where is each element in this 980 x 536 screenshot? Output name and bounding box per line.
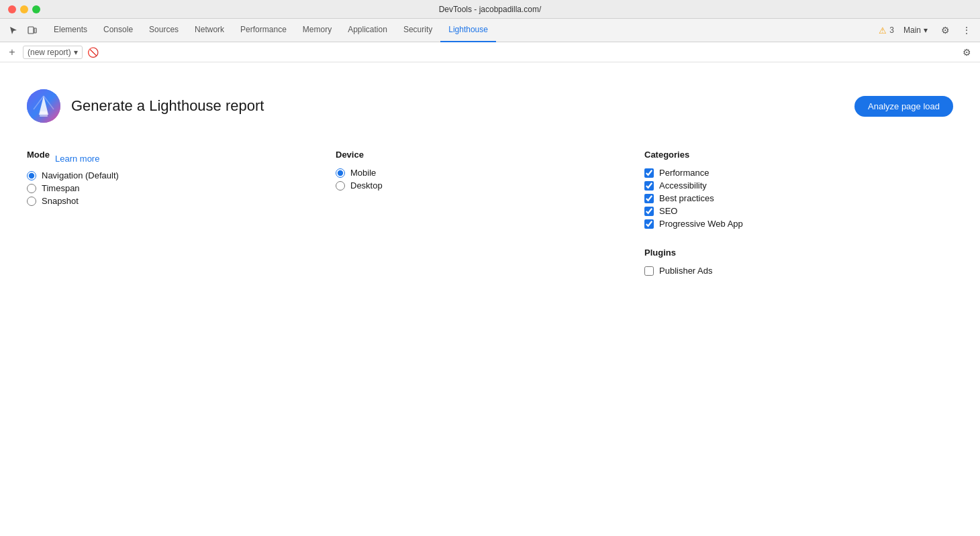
plugins-section: Plugins Publisher Ads [644,248,953,276]
mode-timespan-radio[interactable] [27,184,36,193]
report-select[interactable]: (new report) ▾ [23,46,83,59]
category-pwa-checkbox[interactable] [644,219,654,229]
categories-heading: Categories [644,150,953,160]
mode-snapshot[interactable]: Snapshot [27,196,336,206]
warning-badge[interactable]: ⚠ 3 [879,25,894,36]
device-desktop[interactable]: Desktop [336,180,644,191]
mode-timespan[interactable]: Timespan [27,183,336,193]
more-icon[interactable]: ⋮ [959,22,975,38]
tab-lighthouse[interactable]: Lighthouse [440,19,496,42]
device-mobile[interactable]: Mobile [336,168,644,178]
plugin-publisher-ads[interactable]: Publisher Ads [644,266,953,276]
maximize-button[interactable] [32,5,40,13]
tab-elements[interactable]: Elements [46,19,95,42]
main-dropdown[interactable]: Main ▾ [899,24,932,36]
mode-heading: Mode [27,150,50,160]
devtools-left-icons [5,22,40,38]
svg-rect-1 [34,28,36,33]
mode-header: Mode Learn more [27,150,336,168]
tab-performance[interactable]: Performance [232,19,295,42]
devtools-right-controls: ⚠ 3 Main ▾ ⚙ ⋮ [879,22,975,38]
category-performance-checkbox[interactable] [644,168,654,178]
category-seo-checkbox[interactable] [644,207,654,216]
main-content: Generate a Lighthouse report Analyze pag… [0,62,980,305]
tab-sources[interactable]: Sources [141,19,187,42]
device-mobile-radio[interactable] [336,168,345,178]
device-heading: Device [336,150,644,160]
second-toolbar: + (new report) ▾ 🚫 ⚙ [0,42,980,62]
category-accessibility[interactable]: Accessibility [644,180,953,191]
svg-rect-5 [40,115,48,117]
learn-more-link[interactable]: Learn more [55,154,99,164]
cancel-report-button[interactable]: 🚫 [87,46,100,59]
title-bar: DevTools - jacobpadilla.com/ [0,0,980,19]
close-button[interactable] [8,5,16,13]
options-grid: Mode Learn more Navigation (Default) Tim… [27,150,953,278]
tab-security[interactable]: Security [395,19,440,42]
mode-navigation[interactable]: Navigation (Default) [27,170,336,180]
tab-console[interactable]: Console [95,19,141,42]
device-desktop-radio[interactable] [336,181,345,191]
device-icon[interactable] [24,22,40,38]
mode-section: Mode Learn more Navigation (Default) Tim… [27,150,336,278]
window-title: DevTools - jacobpadilla.com/ [439,5,542,14]
chevron-down-icon: ▾ [924,25,928,35]
device-section: Device Mobile Desktop [336,150,644,278]
category-accessibility-checkbox[interactable] [644,181,654,191]
plugin-publisher-ads-checkbox[interactable] [644,266,654,276]
analyze-button[interactable]: Analyze page load [854,96,953,117]
svg-rect-4 [40,111,47,114]
category-performance[interactable]: Performance [644,168,953,178]
minimize-button[interactable] [20,5,28,13]
window-controls [8,5,40,13]
category-pwa[interactable]: Progressive Web App [644,219,953,229]
category-seo[interactable]: SEO [644,206,953,216]
tab-network[interactable]: Network [187,19,232,42]
warning-icon: ⚠ [879,25,887,36]
settings-icon[interactable]: ⚙ [937,22,953,38]
devtools-tabs: Elements Console Sources Network Perform… [0,19,980,42]
category-best-practices[interactable]: Best practices [644,193,953,203]
second-toolbar-settings: ⚙ [959,44,975,60]
lighthouse-logo [27,89,60,123]
plugins-heading: Plugins [644,248,953,258]
cursor-icon[interactable] [5,22,21,38]
mode-snapshot-radio[interactable] [27,197,36,206]
category-best-practices-checkbox[interactable] [644,194,654,203]
add-report-button[interactable]: + [5,46,19,59]
header-row: Generate a Lighthouse report Analyze pag… [27,89,953,123]
tab-memory[interactable]: Memory [295,19,340,42]
header-left: Generate a Lighthouse report [27,89,264,123]
toolbar-settings-icon[interactable]: ⚙ [959,44,975,60]
svg-rect-0 [28,27,34,34]
tab-application[interactable]: Application [340,19,395,42]
mode-navigation-radio[interactable] [27,171,36,180]
chevron-down-icon: ▾ [74,48,78,57]
categories-section: Categories Performance Accessibility Bes… [644,150,953,278]
page-title: Generate a Lighthouse report [71,97,264,115]
